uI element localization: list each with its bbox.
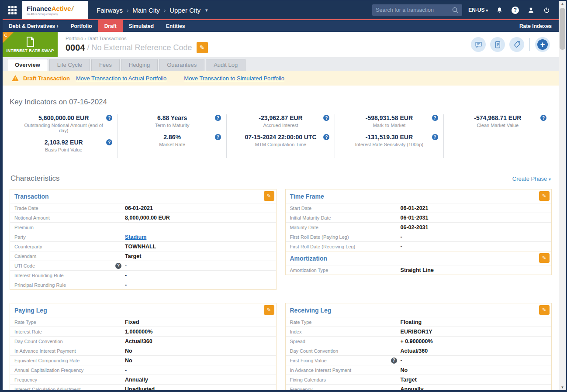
tab-hedging[interactable]: Hedging (121, 59, 158, 71)
field-value: No (125, 347, 271, 355)
field-value: - (125, 261, 271, 270)
bell-icon[interactable] (496, 7, 503, 14)
field-value: 06-01-2031 (401, 213, 547, 222)
comment-icon[interactable] (471, 37, 486, 52)
field-label: Spread (290, 337, 401, 345)
field-label: Start Date (290, 204, 401, 212)
indicator-value: 2.86% (128, 134, 215, 141)
key-indicators-title: Key Indicators on 07-16-2024 (10, 98, 552, 107)
help-icon[interactable]: ? (106, 115, 112, 121)
card-edit-button[interactable]: ✎ (264, 305, 274, 315)
key-indicator-column: -598,931.58 EUR?Mark-to-Market-131,519.3… (335, 114, 443, 158)
breadcrumb-item-main-city[interactable]: Main City (132, 7, 160, 14)
banner-link-move-transaction-to-simulated-portfolio[interactable]: Move Transaction to Simulated Portfolio (184, 75, 284, 82)
card-edit-button[interactable]: ✎ (539, 253, 550, 263)
title-actions: + (471, 32, 559, 57)
tab-guarantees[interactable]: Guarantees (159, 59, 204, 71)
field-value: - (125, 366, 271, 375)
field-value: Unadjusted (125, 385, 271, 391)
nav-item-portfolio[interactable]: Portfolio (64, 20, 98, 32)
field-label: Annual Capitalization Frequency (14, 366, 125, 374)
search-input[interactable] (376, 7, 452, 13)
help-icon[interactable]: ? (512, 7, 519, 14)
field-value: Actual/360 (401, 347, 547, 355)
search-icon[interactable] (452, 7, 459, 14)
field-row-rate-type: Rate TypeFloating (286, 317, 552, 327)
warning-icon: ! (11, 75, 19, 82)
tab-life-cycle[interactable]: Life Cycle (49, 59, 90, 71)
card-edit-button[interactable]: ✎ (539, 305, 550, 315)
field-value: 06-01-2021 (125, 204, 271, 213)
nav-item-rate-indexes[interactable]: Rate Indexes (512, 20, 559, 32)
primary-nav-items: Debt & Derivatives ›PortfolioDraftSimula… (3, 20, 191, 32)
add-icon[interactable]: + (535, 37, 550, 52)
logo-slash-icon: / (72, 5, 73, 12)
field-label: Frequency (290, 385, 401, 391)
title-block: Portfolio › Draft Transactions 0004 / No… (66, 32, 208, 57)
key-indicator-market-rate: 2.86%?Market Rate (128, 134, 215, 147)
help-icon[interactable]: ? (391, 358, 397, 364)
help-icon[interactable]: ? (115, 263, 121, 269)
nav-item-entities[interactable]: Entities (160, 20, 191, 32)
breadcrumb: Portfolio › Draft Transactions (66, 36, 208, 41)
banner-link-move-transaction-to-actual-portfolio[interactable]: Move Transaction to Actual Portfolio (76, 75, 166, 82)
field-row-calendars: CalendarsTarget (10, 251, 276, 261)
indicator-value: 6.88 Years (128, 114, 215, 121)
breadcrumb-item-upper-city[interactable]: Upper City (169, 7, 201, 14)
right-card-stack: Time Frame ✎ Start Date06-01-2021Initial… (285, 189, 552, 275)
locale-selector[interactable]: EN-US▾ (468, 7, 488, 13)
indicator-value: -574,968.71 EUR (454, 114, 541, 121)
help-icon[interactable]: ? (323, 115, 329, 121)
document-icon[interactable] (490, 37, 505, 52)
user-icon[interactable] (527, 7, 535, 14)
search-box[interactable] (372, 4, 462, 16)
power-icon[interactable] (543, 7, 550, 14)
breadcrumb-item-fairways[interactable]: Fairways (97, 7, 123, 14)
tab-audit-log[interactable]: Audit Log (206, 59, 245, 71)
actions-divider (529, 38, 530, 51)
tag-icon[interactable] (509, 37, 524, 52)
field-row-rate-type: Rate TypeFixed (10, 317, 276, 327)
key-indicator-outstanding-notional-amount-end-of-day: 5,600,000.00 EUR?Outstanding Notional Am… (20, 114, 107, 133)
help-icon[interactable]: ? (432, 134, 438, 140)
chevron-down-icon: ▾ (486, 8, 488, 13)
field-value: Actual/360 (125, 337, 271, 346)
key-indicator-column: -574,968.71 EUR?Clean Market Value (443, 114, 552, 158)
field-value: TOWNHALL (125, 242, 271, 251)
card-edit-button[interactable]: ✎ (264, 191, 274, 201)
nav-item-draft[interactable]: Draft (98, 20, 123, 32)
key-indicator-mark-to-market: -598,931.58 EUR?Mark-to-Market (346, 114, 432, 128)
card-edit-button[interactable]: ✎ (539, 191, 550, 201)
corner-triangle (3, 32, 14, 43)
field-label: First Roll Date (Receiving Leg) (290, 243, 401, 251)
chevron-down-icon[interactable]: ▾ (205, 7, 208, 13)
field-value-link[interactable]: Stadium (125, 233, 271, 241)
tab-fees[interactable]: Fees (91, 59, 120, 71)
field-row-initial-maturity-date: Initial Maturity Date06-01-2031 (286, 213, 552, 222)
field-label: Interest Rate (14, 328, 125, 336)
edit-reference-button[interactable]: ✎ (197, 42, 208, 53)
help-icon[interactable]: ? (432, 115, 438, 121)
scroll-up-arrow[interactable]: ▲ (559, 2, 566, 6)
help-icon[interactable]: ? (323, 134, 329, 140)
help-icon[interactable]: ? (215, 134, 221, 140)
app-grid-icon[interactable] (8, 6, 17, 14)
help-icon[interactable]: ? (540, 115, 546, 121)
instrument-badge[interactable]: INTEREST RATE SWAP (3, 32, 58, 57)
card-amortization: Amortization ✎ Amortization TypeStraight… (285, 251, 552, 275)
scroll-down-arrow[interactable]: ▼ (559, 385, 566, 389)
create-phase-dropdown[interactable]: Create Phase ▾ (512, 175, 551, 182)
scroll-thumb[interactable] (560, 8, 565, 50)
help-icon[interactable]: ? (215, 115, 221, 121)
characteristics-cards: Transaction ✎ Trade Date06-01-2021Notion… (10, 189, 552, 390)
logo[interactable]: FinanceActive/ an Altus Group company (22, 1, 88, 19)
nav-item-simulated[interactable]: Simulated (123, 20, 160, 32)
banner-links: Move Transaction to Actual PortfolioMove… (76, 75, 302, 82)
card-paying-leg: Paying Leg ✎ Rate TypeFixedInterest Rate… (10, 303, 277, 390)
nav-item-debt-derivatives[interactable]: Debt & Derivatives › (3, 20, 64, 32)
vertical-scrollbar[interactable]: ▲ ▼ (559, 1, 566, 390)
tab-overview[interactable]: Overview (7, 59, 48, 71)
field-label: Day Count Convention (14, 337, 125, 345)
title-band: INTEREST RATE SWAP Portfolio › Draft Tra… (3, 32, 559, 57)
help-icon[interactable]: ? (106, 139, 112, 145)
